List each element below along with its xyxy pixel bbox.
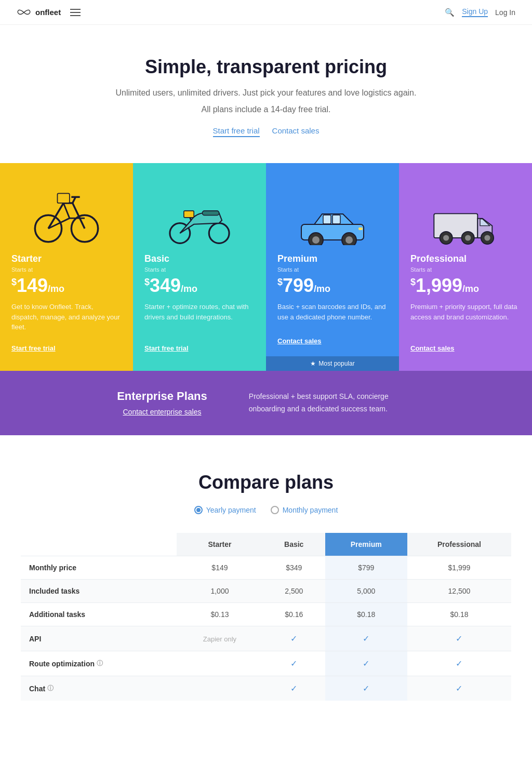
enterprise-left: Enterprise Plans Contact enterprise sale… <box>117 390 207 417</box>
table-row: APIZapier only✓✓✓ <box>21 626 511 651</box>
check-icon: ✓ <box>290 634 297 643</box>
logo[interactable]: onfleet <box>17 8 61 17</box>
zapier-only-label: Zapier only <box>203 635 236 643</box>
feature-cell: Included tasks <box>21 580 177 603</box>
value-cell <box>177 676 263 701</box>
basic-name: Basic <box>144 253 255 264</box>
enterprise-title: Enterprise Plans <box>117 390 207 403</box>
signup-link[interactable]: Sign Up <box>462 7 488 17</box>
monthly-radio[interactable] <box>271 506 279 514</box>
value-cell <box>177 651 263 676</box>
starter-desc: Get to know Onfleet. Track, dispatch, ma… <box>11 302 122 335</box>
check-icon: ✓ <box>290 659 297 668</box>
starter-price: $149/mo <box>11 275 122 297</box>
yearly-payment-option[interactable]: Yearly payment <box>194 506 256 514</box>
basic-cta[interactable]: Start free trial <box>144 344 255 352</box>
value-cell: $0.18 <box>325 603 407 626</box>
feature-cell: Monthly price <box>21 556 177 580</box>
card-professional: Professional Starts at $1,999/mo Premium… <box>399 163 532 371</box>
hero-section: Simple, transparent pricing Unlimited us… <box>0 25 532 163</box>
value-cell: $1,999 <box>407 556 511 580</box>
value-cell: ✓ <box>263 651 325 676</box>
professional-desc: Premium + priority support, full data ac… <box>410 302 521 335</box>
header-premium: Premium <box>325 533 407 556</box>
premium-desc: Basic + scan barcodes and IDs, and use a… <box>277 302 388 328</box>
value-cell: Zapier only <box>177 626 263 651</box>
login-link[interactable]: Log In <box>495 8 515 17</box>
hero-links: Start free trial Contact sales <box>10 126 522 137</box>
premium-starts-at: Starts at <box>277 266 388 273</box>
hero-title: Simple, transparent pricing <box>10 56 522 78</box>
hint-icon[interactable]: ⓘ <box>97 659 103 668</box>
header-basic: Basic <box>263 533 325 556</box>
truck-illustration <box>410 178 521 245</box>
value-cell: ✓ <box>407 676 511 701</box>
svg-rect-8 <box>202 210 219 215</box>
value-cell: ✓ <box>325 676 407 701</box>
payment-toggle: Yearly payment Monthly payment <box>21 506 511 514</box>
check-icon: ✓ <box>363 659 369 668</box>
value-cell: $349 <box>263 556 325 580</box>
value-cell: 1,000 <box>177 580 263 603</box>
table-row: Included tasks1,0002,5005,00012,500 <box>21 580 511 603</box>
premium-cta[interactable]: Contact sales <box>277 337 388 345</box>
svg-point-16 <box>312 236 320 244</box>
value-cell: ✓ <box>325 651 407 676</box>
starter-starts-at: Starts at <box>11 266 122 273</box>
hint-icon[interactable]: ⓘ <box>47 684 54 693</box>
premium-name: Premium <box>277 253 388 264</box>
svg-rect-19 <box>358 227 363 230</box>
svg-rect-11 <box>184 210 194 217</box>
value-cell: $0.18 <box>407 603 511 626</box>
compare-section: Compare plans Yearly payment Monthly pay… <box>0 435 532 727</box>
value-cell: ✓ <box>325 626 407 651</box>
svg-rect-14 <box>332 215 340 224</box>
hero-trial-link[interactable]: Start free trial <box>213 126 260 137</box>
nav-right: 🔍 Sign Up Log In <box>445 7 515 17</box>
enterprise-desc: Professional + best support SLA, concier… <box>249 391 415 415</box>
svg-point-26 <box>484 235 490 241</box>
car-illustration <box>277 178 388 245</box>
svg-point-22 <box>443 235 449 241</box>
yearly-radio[interactable] <box>194 506 203 514</box>
table-header-row: Starter Basic Premium Professional <box>21 533 511 556</box>
value-cell: ✓ <box>407 651 511 676</box>
check-icon: ✓ <box>290 684 297 693</box>
check-icon: ✓ <box>456 634 462 643</box>
basic-desc: Starter + optimize routes, chat with dri… <box>144 302 255 335</box>
feature-cell: Route optimization ⓘ <box>21 651 177 676</box>
value-cell: 2,500 <box>263 580 325 603</box>
monthly-payment-option[interactable]: Monthly payment <box>271 506 338 514</box>
professional-name: Professional <box>410 253 521 264</box>
table-row: Chat ⓘ✓✓✓ <box>21 676 511 701</box>
value-cell: $799 <box>325 556 407 580</box>
feature-cell: API <box>21 626 177 651</box>
hamburger-icon[interactable] <box>70 9 81 16</box>
check-icon: ✓ <box>363 634 369 643</box>
table-row: Monthly price$149$349$799$1,999 <box>21 556 511 580</box>
svg-rect-13 <box>323 215 331 224</box>
check-icon: ✓ <box>363 684 369 693</box>
search-icon[interactable]: 🔍 <box>445 8 455 17</box>
navbar: onfleet 🔍 Sign Up Log In <box>0 0 532 25</box>
enterprise-link[interactable]: Contact enterprise sales <box>123 408 202 416</box>
card-premium: Premium Starts at $799/mo Basic + scan b… <box>266 163 399 371</box>
value-cell: ✓ <box>407 626 511 651</box>
compare-table: Starter Basic Premium Professional Month… <box>21 533 511 701</box>
header-professional: Professional <box>407 533 511 556</box>
professional-cta[interactable]: Contact sales <box>410 344 521 352</box>
value-cell: ✓ <box>263 626 325 651</box>
premium-price: $799/mo <box>277 275 388 297</box>
svg-point-24 <box>465 235 471 241</box>
basic-starts-at: Starts at <box>144 266 255 273</box>
value-cell: 5,000 <box>325 580 407 603</box>
hero-trial-note: All plans include a 14-day free trial. <box>10 103 522 116</box>
enterprise-bar: Enterprise Plans Contact enterprise sale… <box>0 371 532 435</box>
starter-cta[interactable]: Start free trial <box>11 344 122 352</box>
professional-price: $1,999/mo <box>410 275 521 297</box>
value-cell: $0.16 <box>263 603 325 626</box>
basic-price: $349/mo <box>144 275 255 297</box>
hero-contact-link[interactable]: Contact sales <box>272 126 320 137</box>
table-row: Additional tasks$0.13$0.16$0.18$0.18 <box>21 603 511 626</box>
scooter-illustration <box>144 178 255 245</box>
